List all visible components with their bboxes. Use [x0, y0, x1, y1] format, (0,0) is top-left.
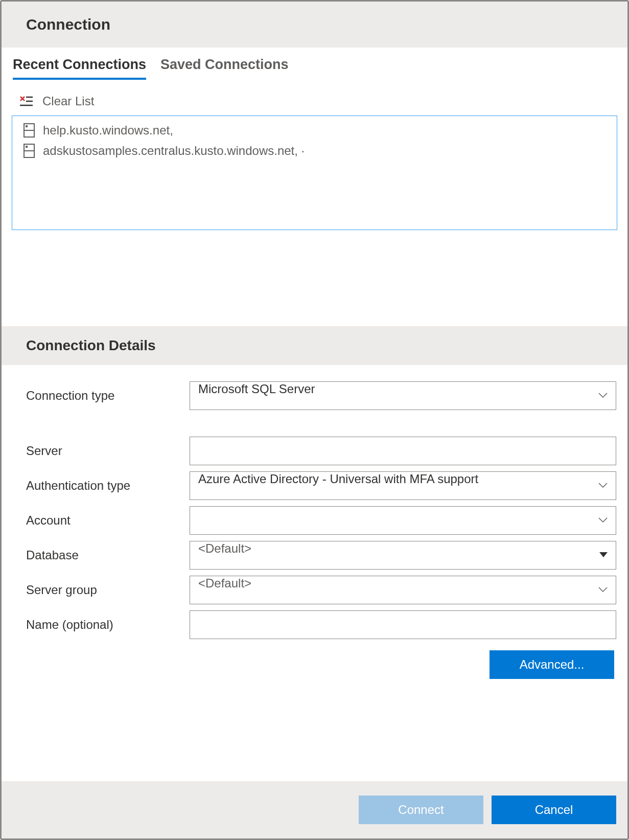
server-group-label: Server group: [26, 583, 190, 597]
recent-connections-list[interactable]: help.kusto.windows.net, adskustosamples.…: [12, 116, 617, 230]
dialog-title: Connection: [26, 16, 603, 33]
clear-list-label: Clear List: [42, 94, 94, 108]
connection-details-form: Connection type Microsoft SQL Server Ser…: [2, 365, 627, 781]
dialog-footer: Connect Cancel: [2, 781, 627, 838]
auth-type-select[interactable]: Azure Active Directory - Universal with …: [190, 471, 616, 500]
server-icon: [24, 144, 35, 158]
name-input[interactable]: [190, 610, 616, 639]
recent-connection-label: help.kusto.windows.net,: [43, 123, 173, 138]
account-select[interactable]: [190, 506, 616, 535]
connection-type-select[interactable]: Microsoft SQL Server: [190, 381, 616, 410]
connection-tabs: Recent Connections Saved Connections: [2, 48, 627, 80]
connection-type-label: Connection type: [26, 389, 190, 403]
advanced-button[interactable]: Advanced...: [490, 650, 614, 679]
database-select[interactable]: <Default>: [190, 541, 616, 570]
server-input[interactable]: [190, 437, 616, 465]
svg-rect-7: [26, 125, 28, 127]
database-label: Database: [26, 548, 190, 562]
server-label: Server: [26, 444, 190, 458]
tab-saved-connections[interactable]: Saved Connections: [160, 57, 289, 80]
recent-connection-item[interactable]: help.kusto.windows.net,: [12, 120, 617, 141]
connection-dialog: Connection Recent Connections Saved Conn…: [0, 0, 629, 840]
details-header: Connection Details: [2, 326, 627, 365]
cancel-button[interactable]: Cancel: [492, 796, 616, 824]
account-label: Account: [26, 513, 190, 528]
recent-connection-label: adskustosamples.centralus.kusto.windows.…: [43, 144, 305, 158]
svg-rect-10: [26, 146, 28, 148]
details-title: Connection Details: [26, 337, 603, 354]
tab-recent-connections[interactable]: Recent Connections: [13, 57, 146, 80]
connect-button[interactable]: Connect: [359, 796, 483, 824]
recent-connections-panel: Clear List help.kusto.windows.net,: [2, 80, 627, 230]
name-label: Name (optional): [26, 618, 190, 632]
server-group-select[interactable]: <Default>: [190, 576, 616, 604]
auth-type-label: Authentication type: [26, 479, 190, 493]
clear-list-button[interactable]: Clear List: [12, 89, 617, 116]
spacer: [2, 230, 627, 326]
dialog-header: Connection: [2, 2, 627, 48]
recent-connection-item[interactable]: adskustosamples.centralus.kusto.windows.…: [12, 141, 617, 161]
server-icon: [24, 123, 35, 138]
clear-list-icon: [19, 95, 33, 107]
